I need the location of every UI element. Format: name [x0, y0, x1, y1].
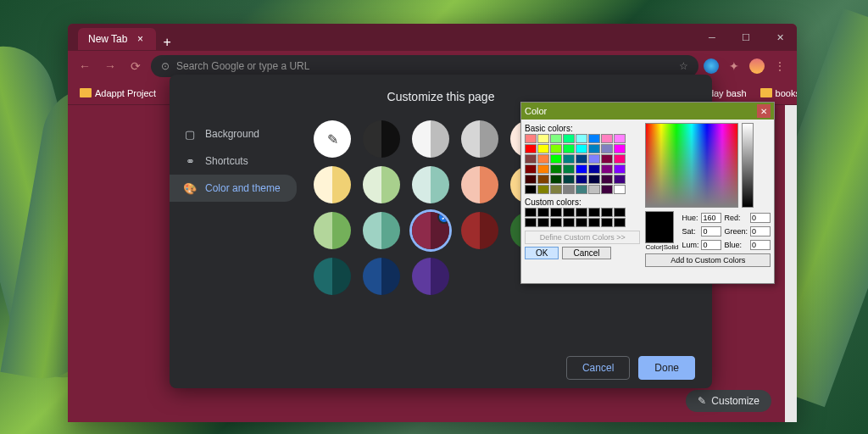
luminance-slider[interactable] [742, 123, 754, 208]
custom-color-cell[interactable] [576, 208, 587, 217]
basic-color-cell[interactable] [525, 185, 537, 194]
bookmark-item[interactable]: Adappt Project [75, 86, 161, 100]
custom-color-cell[interactable] [576, 218, 587, 227]
theme-swatch[interactable] [461, 166, 498, 203]
custom-color-cell[interactable] [614, 218, 626, 227]
basic-color-cell[interactable] [588, 185, 600, 194]
hue-input[interactable] [701, 213, 721, 223]
close-window-button[interactable]: ✕ [763, 24, 797, 51]
browser-tab[interactable]: New Tab × [78, 28, 156, 50]
basic-color-cell[interactable] [601, 164, 613, 174]
basic-color-cell[interactable] [576, 154, 587, 164]
theme-swatch[interactable] [314, 258, 351, 295]
basic-color-cell[interactable] [614, 134, 626, 143]
scrollbar[interactable] [785, 105, 797, 422]
basic-color-cell[interactable] [563, 154, 575, 164]
basic-color-cell[interactable] [537, 144, 549, 153]
basic-color-cell[interactable] [525, 164, 537, 174]
basic-color-cell[interactable] [588, 175, 600, 184]
basic-color-cell[interactable] [525, 154, 537, 164]
basic-color-cell[interactable] [601, 144, 613, 153]
custom-color-swatch[interactable]: ✎ [314, 120, 351, 158]
menu-button[interactable]: ⋮ [770, 56, 790, 76]
custom-color-cell[interactable] [563, 218, 575, 227]
forward-button[interactable]: → [100, 56, 120, 76]
theme-swatch[interactable] [461, 120, 498, 158]
basic-color-cell[interactable] [576, 144, 587, 153]
basic-color-cell[interactable] [588, 154, 600, 164]
basic-color-cell[interactable] [576, 175, 587, 184]
basic-color-cell[interactable] [601, 134, 613, 143]
basic-color-cell[interactable] [601, 175, 613, 184]
define-custom-colors-button[interactable]: Define Custom Colors >> [525, 231, 640, 244]
cancel-button[interactable]: Cancel [562, 247, 610, 259]
custom-color-cell[interactable] [614, 208, 626, 217]
red-input[interactable] [750, 213, 771, 223]
basic-color-cell[interactable] [550, 134, 562, 143]
basic-color-cell[interactable] [525, 144, 537, 153]
basic-color-cell[interactable] [525, 175, 537, 184]
theme-swatch[interactable] [363, 258, 400, 295]
basic-color-cell[interactable] [525, 134, 537, 143]
basic-color-cell[interactable] [550, 175, 562, 184]
blue-input[interactable] [750, 240, 771, 250]
basic-color-cell[interactable] [576, 185, 587, 194]
theme-swatch[interactable] [412, 120, 449, 158]
theme-swatch[interactable] [314, 212, 351, 249]
basic-color-cell[interactable] [550, 144, 562, 153]
basic-color-cell[interactable] [563, 185, 575, 194]
basic-color-cell[interactable] [614, 185, 626, 194]
done-button[interactable]: Done [638, 356, 695, 380]
custom-color-cell[interactable] [537, 218, 549, 227]
custom-color-cell[interactable] [588, 218, 600, 227]
custom-color-cell[interactable] [537, 208, 549, 217]
extensions-puzzle-icon[interactable]: ✦ [724, 56, 744, 76]
sat-input[interactable] [701, 226, 721, 236]
theme-swatch[interactable] [363, 120, 400, 158]
theme-swatch[interactable] [412, 258, 449, 295]
extension-icon[interactable] [704, 58, 719, 74]
basic-color-cell[interactable] [601, 154, 613, 164]
basic-color-cell[interactable] [614, 144, 626, 153]
bookmark-item[interactable]: books [755, 86, 797, 100]
basic-color-cell[interactable] [563, 164, 575, 174]
lum-input[interactable] [701, 240, 721, 250]
add-custom-color-button[interactable]: Add to Custom Colors [645, 253, 771, 267]
basic-color-cell[interactable] [614, 164, 626, 174]
color-dialog-titlebar[interactable]: Color ✕ [521, 103, 774, 120]
basic-color-cell[interactable] [588, 164, 600, 174]
back-button[interactable]: ← [75, 56, 95, 76]
sidebar-item-color-theme[interactable]: 🎨 Color and theme [170, 175, 297, 202]
theme-swatch[interactable] [461, 212, 498, 249]
green-input[interactable] [750, 226, 771, 236]
custom-color-cell[interactable] [525, 218, 537, 227]
reload-button[interactable]: ⟳ [125, 56, 146, 76]
profile-avatar[interactable] [749, 58, 765, 74]
minimize-button[interactable]: ─ [695, 24, 729, 51]
basic-color-cell[interactable] [601, 185, 613, 194]
basic-color-cell[interactable] [537, 175, 549, 184]
basic-color-cell[interactable] [550, 154, 562, 164]
maximize-button[interactable]: ☐ [729, 24, 763, 51]
basic-color-cell[interactable] [550, 185, 562, 194]
custom-color-cell[interactable] [601, 208, 613, 217]
basic-color-cell[interactable] [588, 134, 600, 143]
custom-color-cell[interactable] [550, 218, 562, 227]
basic-color-cell[interactable] [537, 134, 549, 143]
basic-color-cell[interactable] [576, 134, 587, 143]
close-dialog-button[interactable]: ✕ [757, 104, 771, 118]
basic-color-cell[interactable] [563, 175, 575, 184]
customize-fab[interactable]: ✎ Customize [686, 390, 771, 412]
sidebar-item-shortcuts[interactable]: ⚭ Shortcuts [170, 147, 297, 175]
sidebar-item-background[interactable]: ▢ Background [170, 120, 297, 147]
basic-color-cell[interactable] [563, 134, 575, 143]
theme-swatch[interactable] [314, 166, 351, 203]
basic-color-cell[interactable] [563, 144, 575, 153]
theme-swatch[interactable]: ✓ [412, 212, 449, 249]
custom-color-cell[interactable] [525, 208, 537, 217]
custom-color-cell[interactable] [550, 208, 562, 217]
theme-swatch[interactable] [363, 166, 400, 203]
basic-color-cell[interactable] [614, 175, 626, 184]
custom-color-cell[interactable] [601, 218, 613, 227]
basic-color-cell[interactable] [550, 164, 562, 174]
